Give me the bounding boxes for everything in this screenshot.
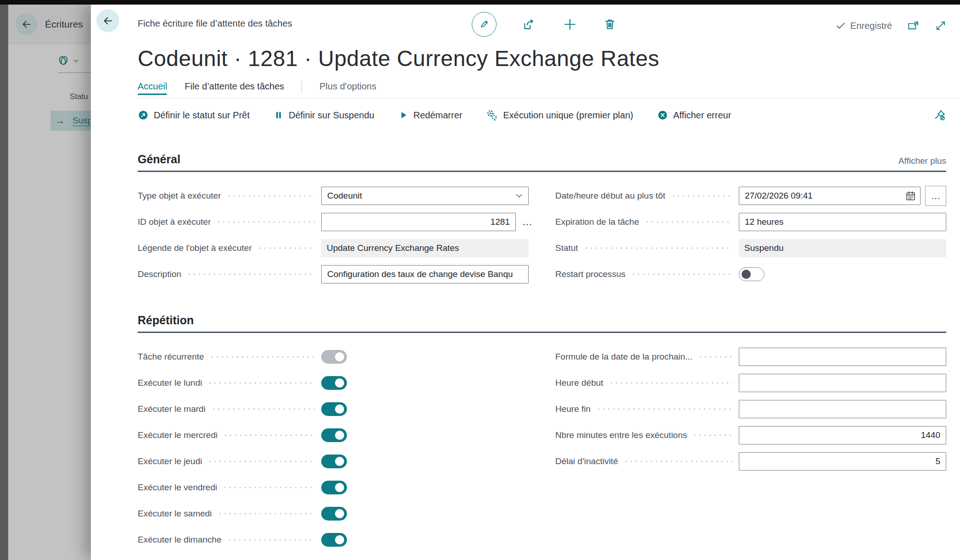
restart-button[interactable]: Redémarrer [398,110,463,121]
repetition-right-column: Formule de la date de la prochain... Heu… [555,348,946,549]
field-recurring-job: Tâche récurrente [138,348,529,366]
save-status: Enregistré [835,20,892,31]
field-run-tuesday: Exécuter le mardi [138,400,529,418]
dotted-leader [609,382,732,384]
field-label: Restart processus [555,269,625,279]
lookup-ellipsis-button[interactable]: … [522,216,533,228]
general-right-column: Date/heure début au plus tôt … Expiratio… [555,187,946,283]
field-run-wednesday: Exécuter le mercredi [138,426,529,444]
restart-process-toggle[interactable] [739,267,765,281]
edit-button[interactable] [472,12,497,37]
dotted-leader [227,195,315,197]
dotted-leader [227,539,315,541]
card-header: Fiche écriture file d’attente des tâches [91,5,960,44]
field-label: Description [138,269,181,279]
field-label: Statut [555,243,578,253]
action-label: Définir sur Suspendu [289,110,374,121]
share-button[interactable] [522,17,537,32]
field-object-type: Type objet à exécuter [138,187,529,205]
field-label: Type objet à exécuter [138,191,221,201]
field-label: Tâche récurrente [138,352,204,362]
field-object-caption: Légende de l'objet à exécuter Update Cur… [138,239,529,257]
toggle-knob [335,509,344,518]
ending-time-input[interactable] [739,400,946,418]
dotted-leader [692,434,732,436]
assist-edit-button[interactable]: … [925,186,946,206]
dotted-leader [223,434,315,436]
general-form: Type objet à exécuter ID objet à exécute… [138,187,946,283]
new-button[interactable] [563,17,577,32]
earliest-start-input[interactable] [739,187,921,205]
repetition-form: Tâche récurrente Exécuter le lundi Exécu… [138,348,946,549]
section-header: Général Afficher plus [138,153,946,172]
trash-icon [603,17,617,31]
modal-scrim [8,5,91,560]
show-error-button[interactable]: Afficher erreur [657,110,731,121]
field-run-sunday: Exécuter le dimanche [138,531,529,549]
field-label: Exécuter le mardi [138,404,206,414]
field-timeout: Expiration de la tâche [555,213,946,231]
back-button[interactable] [96,9,119,32]
run-wednesday-toggle[interactable] [321,428,347,442]
object-type-select[interactable] [321,187,529,205]
dotted-leader [207,460,315,462]
page-title: Codeunit · 1281 · Update Currency Exchan… [138,46,946,71]
field-label: Date/heure début au plus tôt [555,191,665,201]
inactivity-timeout-input[interactable] [739,452,946,471]
run-tuesday-toggle[interactable] [321,402,347,416]
field-label: Heure fin [555,404,591,414]
run-friday-toggle[interactable] [321,481,347,494]
dotted-leader [187,273,315,275]
field-label: Heure début [555,378,603,388]
play-icon [398,110,408,120]
tab-separator [301,81,302,94]
field-label: Exécuter le vendredi [138,482,217,493]
repetition-left-column: Tâche récurrente Exécuter le lundi Exécu… [138,348,529,549]
field-label: Exécuter le mercredi [138,430,218,440]
starting-time-input[interactable] [739,374,946,392]
minutes-between-runs-input[interactable] [739,426,946,444]
dotted-leader [596,408,732,410]
action-label: Exécution unique (premier plan) [503,110,633,121]
pause-icon [273,110,284,120]
run-once-button[interactable]: Exécution unique (premier plan) [486,109,633,121]
section-general: Général Afficher plus Type objet à exécu… [138,153,946,283]
dotted-leader [223,487,315,488]
toggle-knob [335,483,344,492]
pencil-icon [478,18,490,30]
run-sunday-toggle[interactable] [321,533,347,547]
show-more-link[interactable]: Afficher plus [899,156,946,166]
toggle-knob [335,535,344,544]
timeout-input[interactable] [739,213,946,231]
field-label: Délai d'inactivité [555,456,618,466]
open-in-new-window-button[interactable] [907,19,920,32]
breadcrumb: Fiche écriture file d’attente des tâches [138,18,292,29]
expand-button[interactable] [934,19,947,32]
toggle-knob [335,378,344,388]
background-page: Écritures Statu → Susp [8,5,91,560]
dotted-leader [584,247,732,249]
tab-accueil[interactable]: Accueil [138,81,167,98]
run-saturday-toggle[interactable] [321,507,347,521]
set-status-ready-button[interactable]: Définir le statut sur Prêt [138,110,250,121]
toolbar [472,12,617,37]
unpin-action-bar-button[interactable] [933,109,946,122]
next-run-date-formula-input[interactable] [739,348,946,366]
toggle-knob [335,405,344,414]
object-caption-value: Update Currency Exchange Rates [321,239,529,257]
section-title: Général [138,153,180,166]
object-id-input[interactable] [321,213,516,231]
set-on-hold-button[interactable]: Définir sur Suspendu [273,110,374,121]
general-left-column: Type objet à exécuter ID objet à exécute… [138,187,529,283]
toggle-knob [335,431,344,440]
run-thursday-toggle[interactable] [321,455,347,468]
run-monday-toggle[interactable] [321,376,347,390]
description-input[interactable] [321,265,529,283]
field-object-id: ID objet à exécuter … [138,213,529,231]
delete-button[interactable] [603,17,617,31]
section-header: Répétition [138,314,946,333]
share-icon [522,17,537,32]
tab-plus-options[interactable]: Plus d'options [319,81,376,98]
tab-file-attente[interactable]: File d’attente des tâches [184,81,284,98]
screen: Écritures Statu → Susp Fiche écriture fi… [0,0,960,560]
